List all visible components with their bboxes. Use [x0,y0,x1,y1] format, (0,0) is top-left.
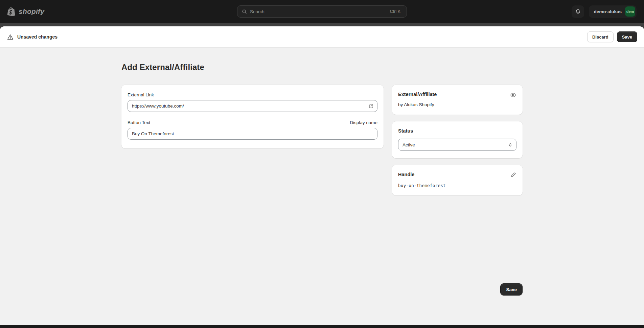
status-select[interactable]: Active [398,139,516,151]
discard-button[interactable]: Discard [587,31,614,42]
topbar: shopify Ctrl K demo-alukas dem [0,0,644,23]
external-link-input[interactable] [128,100,377,112]
handle-card: Handle buy-on-themeforest [392,165,523,195]
warning-icon [7,33,14,41]
pencil-icon[interactable] [510,172,516,178]
page-title: Add External/Affiliate [121,63,523,72]
display-name-hint: Display name [350,120,377,125]
unsaved-changes-bar: Unsaved changes Discard Save [0,26,644,48]
type-card-title: External/Affiliate [398,92,437,97]
status-select-value: Active [402,142,415,147]
user-name: demo-alukas [594,9,622,14]
type-card: External/Affiliate by Alukas Shopify [392,85,523,115]
search-icon [242,9,247,15]
select-updown-icon [508,142,513,147]
notifications-button[interactable] [572,5,584,18]
external-affiliate-form-card: External Link [121,85,384,148]
external-link-icon[interactable] [368,103,374,109]
button-text-label: Button Text [128,120,150,125]
eye-icon[interactable] [510,92,516,98]
shopify-wordmark: shopify [19,7,44,16]
bottom-bar [0,325,644,328]
unsaved-changes-strip: Unsaved changes Discard Save [0,23,644,48]
main-area: Add External/Affiliate External Link [0,48,644,305]
save-button-bottom[interactable]: Save [500,283,523,296]
global-search[interactable]: Ctrl K [237,5,407,18]
handle-value: buy-on-themeforest [398,183,516,188]
button-text-input[interactable] [128,128,377,140]
external-link-label: External Link [128,92,377,97]
bell-icon [575,8,581,15]
unsaved-changes-title: Unsaved changes [17,34,58,40]
shopify-logo-icon[interactable] [7,7,16,16]
status-card: Status Active [392,121,523,158]
save-button-top[interactable]: Save [617,31,637,42]
search-shortcut: Ctrl K [388,8,402,15]
handle-card-title: Handle [398,172,414,177]
status-card-title: Status [398,128,413,134]
type-card-byline: by Alukas Shopify [398,102,516,107]
search-input[interactable] [250,9,385,14]
user-menu[interactable]: demo-alukas dem [589,5,637,18]
avatar: dem [625,6,635,17]
